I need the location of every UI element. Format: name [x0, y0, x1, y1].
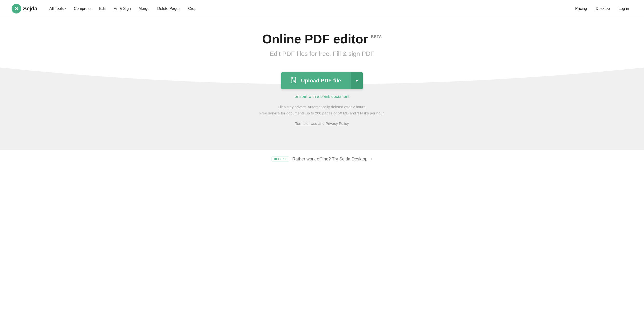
privacy-policy-link[interactable]: Privacy Policy	[326, 121, 349, 126]
nav-item-all-tools[interactable]: All Tools ▾	[46, 4, 70, 13]
upload-dropdown-button[interactable]: ▾	[351, 72, 363, 89]
offline-banner: OFFLINE Rather work offline? Try Sejda D…	[0, 150, 644, 168]
chevron-down-icon: ▾	[356, 78, 358, 83]
nav-main: All Tools ▾ Compress Edit Fill & Sign Me…	[46, 4, 572, 13]
legal-links: Terms of Use and Privacy Policy	[295, 121, 349, 126]
terms-of-use-link[interactable]: Terms of Use	[295, 121, 317, 126]
nav-desktop[interactable]: Desktop	[592, 4, 613, 13]
blank-document-link[interactable]: or start with a blank document	[295, 94, 350, 99]
sejda-desktop-link[interactable]: Rather work offline? Try Sejda Desktop	[292, 157, 368, 161]
nav-login[interactable]: Log in	[615, 4, 632, 13]
logo-name: Sejda	[23, 5, 38, 12]
nav-item-edit[interactable]: Edit	[96, 4, 109, 13]
offline-text: Rather work offline? Try Sejda Desktop	[292, 157, 368, 162]
nav-item-delete-pages[interactable]: Delete Pages	[154, 4, 184, 13]
nav-item-fill-sign[interactable]: Fill & Sign	[110, 4, 134, 13]
beta-badge: BETA	[371, 35, 382, 39]
offline-badge: OFFLINE	[272, 157, 289, 161]
upload-button-group: Upload PDF file ▾	[281, 72, 363, 89]
nav-item-crop[interactable]: Crop	[185, 4, 200, 13]
nav-item-compress[interactable]: Compress	[70, 4, 95, 13]
upload-pdf-button[interactable]: Upload PDF file	[281, 72, 351, 89]
chevron-right-icon: ›	[371, 157, 372, 162]
nav-pricing[interactable]: Pricing	[572, 4, 590, 13]
upload-content: Upload PDF file ▾ or start with a blank …	[5, 72, 639, 126]
navigation: S Sejda All Tools ▾ Compress Edit Fill &…	[0, 0, 644, 17]
logo[interactable]: S Sejda	[12, 4, 38, 13]
nav-item-merge[interactable]: Merge	[135, 4, 153, 13]
pdf-file-icon	[291, 77, 298, 85]
svg-rect-0	[291, 77, 296, 83]
nav-right: Pricing Desktop Log in	[572, 4, 632, 13]
privacy-line2: Free service for documents up to 200 pag…	[259, 110, 385, 116]
privacy-info: Files stay private. Automatically delete…	[259, 104, 385, 117]
chevron-down-icon: ▾	[65, 7, 66, 10]
upload-section: Upload PDF file ▾ or start with a blank …	[0, 58, 644, 150]
privacy-line1: Files stay private. Automatically delete…	[259, 104, 385, 110]
logo-icon: S	[12, 4, 21, 13]
